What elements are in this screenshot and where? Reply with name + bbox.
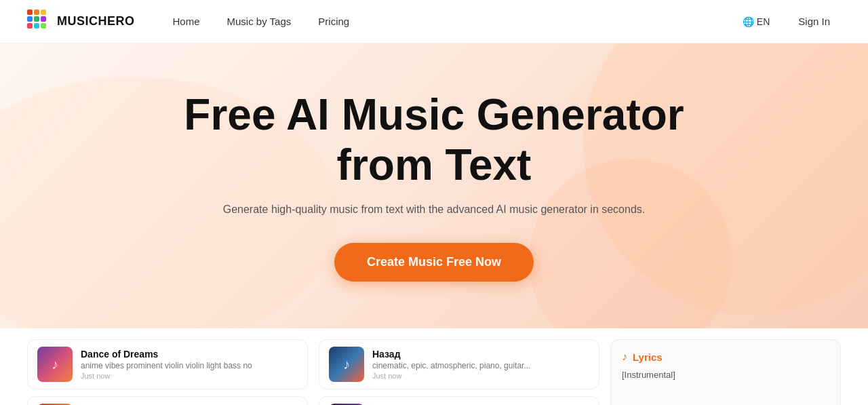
hero-content: Free AI Music Generator from Text Genera… [184,90,684,282]
music-title-1: Dance of Dreams [81,349,298,360]
music-card-1[interactable]: ♪ Dance of Dreams anime vibes prominent … [27,339,308,389]
sign-in-button[interactable]: Sign In [787,10,841,33]
hero-title-line2: from Text [337,140,532,189]
music-card-3[interactable]: ♪ सपनों की रंगीनियाँ melodic pop dreamy [27,396,308,405]
music-time-2: Just now [372,372,589,380]
language-button[interactable]: 🌐 EN [736,12,776,31]
hero-title: Free AI Music Generator from Text [184,90,684,190]
cards-section: ♪ Dance of Dreams anime vibes prominent … [0,328,868,405]
music-thumb-2: ♪ [329,347,364,382]
music-thumb-1: ♪ [37,347,73,382]
logo-text: MUSICHERO [57,14,135,28]
thumb-inner-2: ♪ [329,347,364,382]
music-tags-1: anime vibes prominent violin violin ligh… [81,361,257,370]
music-time-1: Just now [81,372,298,380]
music-tags-2: cinematic, epic, atmospheric, piano, gui… [372,361,549,370]
logo-icon [27,9,52,34]
nav-pricing[interactable]: Pricing [307,10,360,33]
nav-music-by-tags[interactable]: Music by Tags [216,10,302,33]
lyrics-label: Lyrics [633,351,663,363]
thumb-inner-1: ♪ [37,347,73,382]
nav-home[interactable]: Home [162,10,211,33]
music-card-4[interactable]: ♪ Electric Whispers 140bpm hypnotic raw … [319,396,599,405]
lyrics-panel: ♪ Lyrics [Instrumental] [610,339,841,405]
cta-button[interactable]: Create Music Free Now [334,243,534,282]
music-card-2[interactable]: ♪ Назад cinematic, epic, atmospheric, pi… [319,339,599,389]
music-info-2: Назад cinematic, epic, atmospheric, pian… [372,349,589,380]
navbar: MUSICHERO Home Music by Tags Pricing 🌐 E… [0,0,868,43]
globe-icon: 🌐 [743,16,754,27]
logo[interactable]: MUSICHERO [27,9,135,34]
nav-links: Home Music by Tags Pricing [162,10,736,33]
hero-subtitle: Generate high-quality music from text wi… [184,204,684,216]
music-info-1: Dance of Dreams anime vibes prominent vi… [81,349,298,380]
lyrics-body: [Instrumental] [622,370,829,380]
hero-section: Free AI Music Generator from Text Genera… [0,43,868,328]
language-label: EN [757,16,770,27]
lyrics-music-icon: ♪ [622,351,627,363]
music-title-2: Назад [372,349,589,360]
cards-left: ♪ Dance of Dreams anime vibes prominent … [27,339,308,405]
lyrics-header: ♪ Lyrics [622,351,829,363]
cards-right: ♪ Назад cinematic, epic, atmospheric, pi… [319,339,599,405]
nav-right: 🌐 EN Sign In [736,10,841,33]
hero-title-line1: Free AI Music Generator [184,90,684,139]
